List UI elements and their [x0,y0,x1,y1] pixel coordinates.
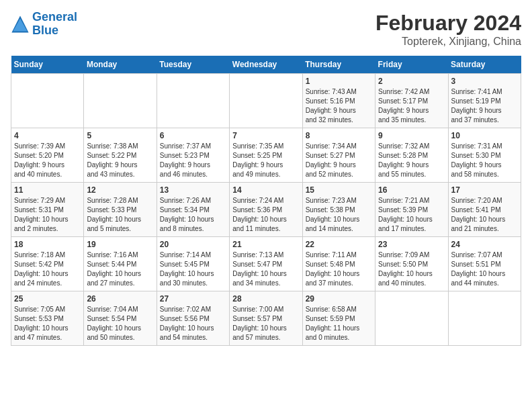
day-number: 29 [306,294,372,304]
calendar-cell: 24Sunrise: 7:07 AM Sunset: 5:51 PM Dayli… [448,237,521,291]
calendar-cell: 26Sunrise: 7:04 AM Sunset: 5:54 PM Dayli… [84,291,157,346]
day-number: 24 [451,240,518,249]
day-info: Sunrise: 7:05 AM Sunset: 5:53 PM Dayligh… [14,305,81,342]
day-info: Sunrise: 7:18 AM Sunset: 5:42 PM Dayligh… [14,250,81,288]
logo-general: General [32,10,77,24]
calendar-cell: 9Sunrise: 7:32 AM Sunset: 5:28 PM Daylig… [375,128,448,183]
calendar-cell: 2Sunrise: 7:42 AM Sunset: 5:17 PM Daylig… [375,74,448,128]
calendar-cell: 7Sunrise: 7:35 AM Sunset: 5:25 PM Daylig… [230,128,302,183]
calendar-cell: 16Sunrise: 7:21 AM Sunset: 5:39 PM Dayli… [375,183,448,237]
day-info: Sunrise: 7:02 AM Sunset: 5:56 PM Dayligh… [160,305,226,342]
day-info: Sunrise: 7:16 AM Sunset: 5:44 PM Dayligh… [87,250,153,288]
day-number: 25 [14,294,81,304]
day-info: Sunrise: 7:32 AM Sunset: 5:28 PM Dayligh… [378,142,445,179]
day-number: 26 [87,294,153,304]
calendar-cell [448,291,521,346]
day-number: 14 [232,185,299,195]
logo: General Blue [11,11,77,38]
calendar-cell: 6Sunrise: 7:37 AM Sunset: 5:23 PM Daylig… [157,128,229,183]
weekday-header: Saturday [448,56,521,74]
day-number: 28 [232,294,299,304]
day-number: 27 [160,294,226,304]
calendar-week-row: 1Sunrise: 7:43 AM Sunset: 5:16 PM Daylig… [11,74,521,128]
calendar-week-row: 25Sunrise: 7:05 AM Sunset: 5:53 PM Dayli… [11,291,521,346]
weekday-header: Wednesday [230,56,302,74]
day-number: 23 [378,240,445,249]
calendar-cell: 14Sunrise: 7:24 AM Sunset: 5:36 PM Dayli… [230,183,302,237]
calendar-cell: 5Sunrise: 7:38 AM Sunset: 5:22 PM Daylig… [84,128,157,183]
calendar-cell: 11Sunrise: 7:29 AM Sunset: 5:31 PM Dayli… [11,183,84,237]
calendar-cell: 15Sunrise: 7:23 AM Sunset: 5:38 PM Dayli… [302,183,375,237]
day-info: Sunrise: 7:43 AM Sunset: 5:16 PM Dayligh… [306,87,372,125]
day-number: 20 [160,240,226,249]
calendar-cell: 27Sunrise: 7:02 AM Sunset: 5:56 PM Dayli… [157,291,229,346]
calendar-cell [84,74,157,128]
logo-icon [11,15,30,34]
calendar-cell: 3Sunrise: 7:41 AM Sunset: 5:19 PM Daylig… [448,74,521,128]
day-info: Sunrise: 7:31 AM Sunset: 5:30 PM Dayligh… [451,142,518,179]
day-number: 9 [378,131,445,140]
day-number: 3 [451,77,518,86]
day-info: Sunrise: 7:41 AM Sunset: 5:19 PM Dayligh… [451,87,518,125]
calendar-week-row: 11Sunrise: 7:29 AM Sunset: 5:31 PM Dayli… [11,183,521,237]
svg-marker-1 [13,18,28,31]
day-number: 7 [232,131,299,140]
weekday-header: Sunday [11,56,84,74]
day-number: 10 [451,131,518,140]
day-number: 21 [232,240,299,249]
calendar-cell: 17Sunrise: 7:20 AM Sunset: 5:41 PM Dayli… [448,183,521,237]
day-number: 17 [451,185,518,195]
calendar-cell: 13Sunrise: 7:26 AM Sunset: 5:34 PM Dayli… [157,183,229,237]
day-number: 12 [87,185,153,195]
day-info: Sunrise: 7:04 AM Sunset: 5:54 PM Dayligh… [87,305,153,342]
day-number: 8 [306,131,372,140]
day-number: 19 [87,240,153,249]
calendar-cell: 29Sunrise: 6:58 AM Sunset: 5:59 PM Dayli… [302,291,375,346]
day-info: Sunrise: 7:13 AM Sunset: 5:47 PM Dayligh… [232,250,299,288]
calendar-cell [11,74,84,128]
day-info: Sunrise: 7:42 AM Sunset: 5:17 PM Dayligh… [378,87,445,125]
day-number: 1 [306,77,372,86]
weekday-header: Tuesday [157,56,229,74]
day-number: 5 [87,131,153,140]
logo-blue: Blue [32,24,58,37]
calendar-cell: 28Sunrise: 7:00 AM Sunset: 5:57 PM Dayli… [230,291,302,346]
title-block: February 2024 Topterek, Xinjiang, China [375,11,521,48]
day-info: Sunrise: 7:26 AM Sunset: 5:34 PM Dayligh… [160,196,226,234]
day-number: 15 [306,185,372,195]
calendar-cell: 25Sunrise: 7:05 AM Sunset: 5:53 PM Dayli… [11,291,84,346]
calendar-cell: 23Sunrise: 7:09 AM Sunset: 5:50 PM Dayli… [375,237,448,291]
weekday-header: Friday [375,56,448,74]
day-info: Sunrise: 7:23 AM Sunset: 5:38 PM Dayligh… [306,196,372,234]
calendar-cell: 20Sunrise: 7:14 AM Sunset: 5:45 PM Dayli… [157,237,229,291]
calendar-cell: 22Sunrise: 7:11 AM Sunset: 5:48 PM Dayli… [302,237,375,291]
day-number: 18 [14,240,81,249]
day-info: Sunrise: 7:20 AM Sunset: 5:41 PM Dayligh… [451,196,518,234]
calendar-cell: 1Sunrise: 7:43 AM Sunset: 5:16 PM Daylig… [302,74,375,128]
calendar-table: SundayMondayTuesdayWednesdayThursdayFrid… [11,56,521,346]
day-info: Sunrise: 7:34 AM Sunset: 5:27 PM Dayligh… [306,142,372,179]
day-info: Sunrise: 7:09 AM Sunset: 5:50 PM Dayligh… [378,250,445,288]
day-number: 6 [160,131,226,140]
calendar-header: SundayMondayTuesdayWednesdayThursdayFrid… [11,56,521,74]
day-info: Sunrise: 7:11 AM Sunset: 5:48 PM Dayligh… [306,250,372,288]
calendar-title: February 2024 [375,11,521,36]
calendar-cell: 10Sunrise: 7:31 AM Sunset: 5:30 PM Dayli… [448,128,521,183]
calendar-subtitle: Topterek, Xinjiang, China [375,36,521,48]
day-info: Sunrise: 7:14 AM Sunset: 5:45 PM Dayligh… [160,250,226,288]
day-info: Sunrise: 6:58 AM Sunset: 5:59 PM Dayligh… [306,305,372,342]
calendar-cell: 4Sunrise: 7:39 AM Sunset: 5:20 PM Daylig… [11,128,84,183]
weekday-row: SundayMondayTuesdayWednesdayThursdayFrid… [11,56,521,74]
calendar-cell: 21Sunrise: 7:13 AM Sunset: 5:47 PM Dayli… [230,237,302,291]
day-info: Sunrise: 7:38 AM Sunset: 5:22 PM Dayligh… [87,142,153,179]
calendar-cell [375,291,448,346]
calendar-week-row: 18Sunrise: 7:18 AM Sunset: 5:42 PM Dayli… [11,237,521,291]
page-header: General Blue February 2024 Topterek, Xin… [11,11,521,48]
calendar-cell [157,74,229,128]
day-info: Sunrise: 7:37 AM Sunset: 5:23 PM Dayligh… [160,142,226,179]
day-number: 11 [14,185,81,195]
day-info: Sunrise: 7:29 AM Sunset: 5:31 PM Dayligh… [14,196,81,234]
day-info: Sunrise: 7:21 AM Sunset: 5:39 PM Dayligh… [378,196,445,234]
calendar-body: 1Sunrise: 7:43 AM Sunset: 5:16 PM Daylig… [11,74,521,346]
day-info: Sunrise: 7:39 AM Sunset: 5:20 PM Dayligh… [14,142,81,179]
